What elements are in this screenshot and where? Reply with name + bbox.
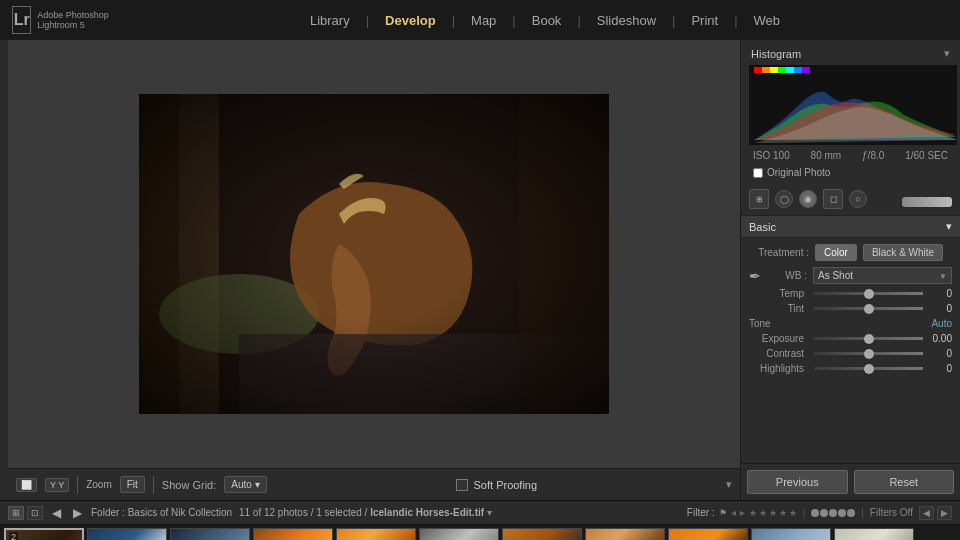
filmstrip-thumb-8[interactable]: [585, 528, 665, 540]
tab-map[interactable]: Map: [459, 9, 508, 32]
temp-slider-thumb[interactable]: [864, 289, 874, 299]
wb-dropdown-icon: [939, 270, 947, 281]
contrast-slider-row: Contrast 0: [749, 348, 952, 359]
filmstrip-thumb-3[interactable]: [170, 528, 250, 540]
filmstrip-thumb-5[interactable]: [336, 528, 416, 540]
filter-flag-icon[interactable]: ⚑: [719, 508, 727, 518]
exposure-slider-thumb[interactable]: [864, 334, 874, 344]
toolbar-view-btn[interactable]: ⬜: [16, 478, 37, 492]
svg-rect-13: [794, 67, 802, 73]
wb-icon-1[interactable]: ⊞: [749, 189, 769, 209]
wb-selector[interactable]: As Shot: [813, 267, 952, 284]
wb-icon-4[interactable]: ◻: [823, 189, 843, 209]
highlights-slider-track[interactable]: [814, 367, 923, 370]
photo-placeholder: [139, 94, 609, 414]
tint-slider-track[interactable]: [814, 307, 923, 310]
filmstrip-thumb-11[interactable]: [834, 528, 914, 540]
toolbar: ⬜ Y Y Zoom Fit Show Grid: Auto ▾ Soft Pr…: [8, 468, 740, 500]
color-filter-dots: [811, 509, 855, 517]
wb-icon-3[interactable]: ◉: [799, 190, 817, 208]
focal-value: 80 mm: [811, 150, 842, 161]
filmstrip-thumb-7[interactable]: [502, 528, 582, 540]
histogram-collapse-icon[interactable]: ▾: [944, 47, 950, 60]
filter-right-icon[interactable]: ▸: [740, 507, 745, 518]
count-label: 11 of 12 photos / 1 selected /: [239, 507, 367, 518]
color-treatment-btn[interactable]: Color: [815, 244, 857, 261]
tint-value: 0: [927, 303, 952, 314]
wb-value: As Shot: [818, 270, 853, 281]
wb-icon-2[interactable]: ◯: [775, 190, 793, 208]
iso-value: ISO 100: [753, 150, 790, 161]
histogram-canvas: [749, 65, 957, 145]
filmstrip-contract-btn[interactable]: ▶: [937, 506, 952, 520]
tab-library[interactable]: Library: [298, 9, 362, 32]
tab-slideshow[interactable]: Slideshow: [585, 9, 668, 32]
app-title: Adobe Photoshop Lightroom 5: [37, 10, 118, 30]
filmstrip-photos: 2: [0, 525, 960, 540]
loupe-view-btn[interactable]: ⊡: [27, 506, 43, 520]
tone-label: Tone: [749, 318, 771, 329]
contrast-slider-thumb[interactable]: [864, 349, 874, 359]
filmstrip-thumb-6[interactable]: [419, 528, 499, 540]
show-grid-select[interactable]: Auto ▾: [224, 476, 266, 493]
nav-back-btn[interactable]: ◀: [49, 506, 64, 520]
reset-button[interactable]: Reset: [854, 470, 955, 494]
develop-sections: Basic ▾ Treatment : Color Black & White …: [741, 213, 960, 463]
filmstrip-thumb-2[interactable]: [87, 528, 167, 540]
view-toggle-group: ⊞ ⊡: [8, 506, 43, 520]
svg-rect-8: [754, 67, 762, 73]
lr-logo: Lr: [12, 6, 31, 34]
nav-forward-btn[interactable]: ▶: [70, 506, 85, 520]
filmstrip-expand-btn[interactable]: ◀: [919, 506, 934, 520]
bw-treatment-btn[interactable]: Black & White: [863, 244, 943, 261]
logo-text: Lr: [14, 11, 30, 29]
eyedropper-icon[interactable]: ✒: [749, 268, 761, 284]
center-area: ⬜ Y Y Zoom Fit Show Grid: Auto ▾ Soft Pr…: [8, 40, 740, 500]
wb-row: ✒ WB : As Shot: [749, 267, 952, 284]
file-dropdown-icon[interactable]: ▾: [487, 507, 492, 518]
photo-svg: [139, 94, 609, 414]
filmstrip-thumb-1[interactable]: 2: [4, 528, 84, 540]
contrast-slider-track[interactable]: [814, 352, 923, 355]
temp-slider-track[interactable]: [814, 292, 923, 295]
tone-header: Tone Auto: [749, 318, 952, 329]
grid-view-btn[interactable]: ⊞: [8, 506, 24, 520]
toolbar-yy-btn[interactable]: Y Y: [45, 478, 69, 492]
exposure-slider-track[interactable]: [814, 337, 923, 340]
histogram-header: Histogram ▾: [745, 44, 956, 63]
filmstrip-thumb-10[interactable]: [751, 528, 831, 540]
highlights-slider-thumb[interactable]: [864, 364, 874, 374]
basic-section-header[interactable]: Basic ▾: [741, 215, 960, 238]
fit-btn[interactable]: Fit: [120, 476, 145, 493]
filmstrip-thumb-9[interactable]: [668, 528, 748, 540]
toolbar-zoom: Zoom: [86, 479, 112, 490]
auto-button[interactable]: Auto: [931, 318, 952, 329]
original-photo-checkbox[interactable]: [753, 168, 763, 178]
chevron-down-icon[interactable]: ▾: [726, 478, 732, 491]
filter-label: Filter :: [687, 507, 715, 518]
temp-slider-row: Temp 0: [749, 288, 952, 299]
histogram-section: Histogram ▾: [741, 40, 960, 185]
toolbar-right: ▾: [726, 478, 732, 491]
camera-info: ISO 100 80 mm ƒ/8.0 1/60 SEC: [745, 147, 956, 164]
tab-book[interactable]: Book: [520, 9, 574, 32]
dot-filter-2[interactable]: [820, 509, 828, 517]
dot-filter-4[interactable]: [838, 509, 846, 517]
filmstrip-thumb-4[interactable]: [253, 528, 333, 540]
main-layout: ⬜ Y Y Zoom Fit Show Grid: Auto ▾ Soft Pr…: [0, 40, 960, 500]
dot-filter-5[interactable]: [847, 509, 855, 517]
tab-develop[interactable]: Develop: [373, 9, 448, 32]
tab-print[interactable]: Print: [679, 9, 730, 32]
histogram-label: Histogram: [751, 48, 801, 60]
tab-web[interactable]: Web: [742, 9, 793, 32]
temp-value: 0: [927, 288, 952, 299]
wb-icon-5[interactable]: ○: [849, 190, 867, 208]
dot-filter-3[interactable]: [829, 509, 837, 517]
previous-button[interactable]: Previous: [747, 470, 848, 494]
folder-label: Folder : Basics of Nik Collection: [91, 507, 232, 518]
filter-left-icon[interactable]: ◂: [731, 507, 736, 518]
dot-filter-1[interactable]: [811, 509, 819, 517]
tint-slider-thumb[interactable]: [864, 304, 874, 314]
soft-proof-checkbox[interactable]: [456, 479, 468, 491]
wb-slider[interactable]: [902, 197, 952, 207]
